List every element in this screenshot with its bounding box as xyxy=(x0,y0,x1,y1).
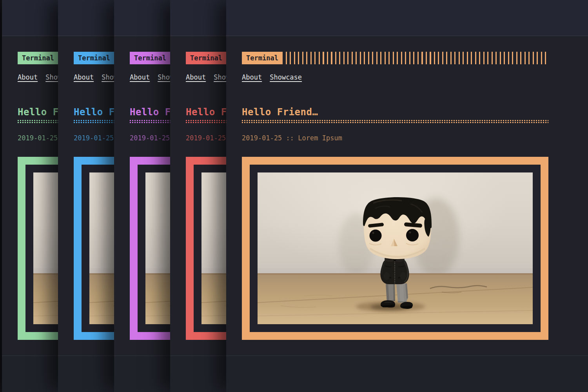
post-title: Hello Friend… xyxy=(242,107,548,117)
main-nav: About Showcase xyxy=(242,73,548,81)
site-logo-badge[interactable]: Terminal xyxy=(242,52,283,64)
site-logo-badge[interactable]: Terminal xyxy=(130,52,171,64)
window-top-strip xyxy=(226,0,588,36)
window-bottom-strip xyxy=(226,356,588,392)
site-logo-badge[interactable]: Terminal xyxy=(74,52,114,64)
dotted-divider xyxy=(242,120,548,123)
nav-link-showcase[interactable]: Showcase xyxy=(270,73,302,81)
post-meta-date: 2019-01-25 :: Lorem Ipsum xyxy=(242,134,548,142)
nav-link-about[interactable]: About xyxy=(130,73,150,81)
funko-figure-photo xyxy=(258,172,533,324)
site-panel-orange: Terminal About Showcase Hello Friend… 20… xyxy=(226,0,588,392)
post-image-mat xyxy=(250,165,541,332)
site-logo-badge[interactable]: Terminal xyxy=(186,52,227,64)
theme-showcase-stage: Terminal About Showcase Hello Friend… 20… xyxy=(0,0,588,392)
nav-link-about[interactable]: About xyxy=(186,73,206,81)
logo-row: Terminal xyxy=(242,52,548,64)
site-main-area: Terminal About Showcase Hello Friend… 20… xyxy=(226,36,588,356)
nav-link-about[interactable]: About xyxy=(74,73,94,81)
nav-link-about[interactable]: About xyxy=(18,73,38,81)
nav-link-about[interactable]: About xyxy=(242,73,262,81)
site-logo-badge[interactable]: Terminal xyxy=(18,52,58,64)
post-image-frame xyxy=(242,157,548,340)
logo-decoration-bars xyxy=(286,52,548,64)
